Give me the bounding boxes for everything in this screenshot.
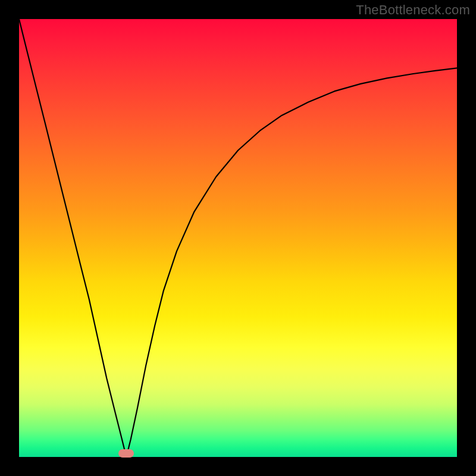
watermark-text: TheBottleneck.com (356, 2, 470, 18)
chart-frame: TheBottleneck.com (0, 0, 476, 476)
min-point-marker (118, 449, 134, 458)
bottleneck-curve (19, 19, 457, 457)
